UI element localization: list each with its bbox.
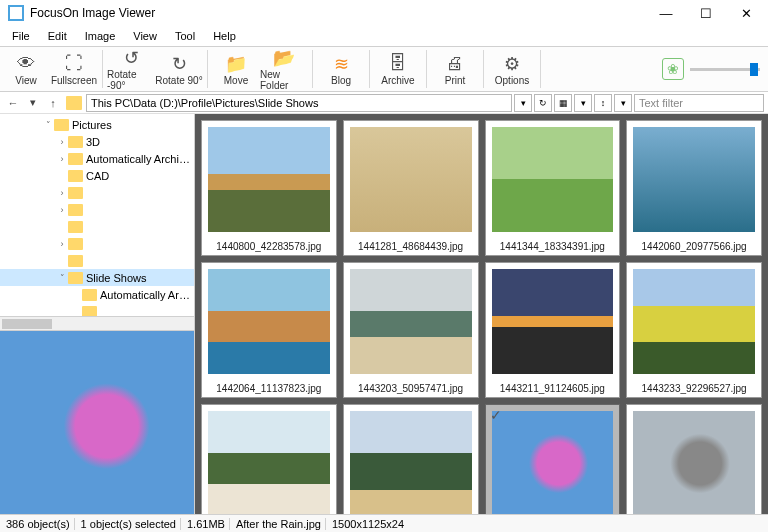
archive-button[interactable]: 🗄Archive (374, 47, 422, 91)
thumbnail-name: 1442060_20977566.jpg (627, 238, 761, 255)
thumbnail-cell[interactable]: africa-beach-palms-4952.jpg (343, 404, 479, 514)
new-folder-icon: 📂 (273, 47, 295, 69)
thumbnail-image (633, 269, 755, 374)
tree-row[interactable]: CAD (0, 167, 194, 184)
tree-row[interactable] (0, 303, 194, 316)
address-dropdown[interactable]: ▾ (514, 94, 532, 112)
folder-icon (68, 170, 83, 182)
thumbnail-name: 1441344_18334391.jpg (486, 238, 620, 255)
tree-expander[interactable]: › (56, 137, 68, 147)
view-button[interactable]: 👁View (2, 47, 50, 91)
text-filter-input[interactable]: Text filter (634, 94, 764, 112)
rotate-left-icon: ↺ (124, 47, 139, 69)
thumbnail-cell[interactable]: 1442060_20977566.jpg (626, 120, 762, 256)
tree-expander[interactable]: › (56, 239, 68, 249)
thumbnail-image (350, 269, 472, 374)
refresh-button[interactable]: ↻ (534, 94, 552, 112)
slider-thumb[interactable] (750, 63, 758, 76)
thumbnail-cell[interactable]: 1443211_91124605.jpg (485, 262, 621, 398)
preview-pane (0, 330, 194, 514)
thumbnail-cell[interactable]: 1443426_91444846.jpg (201, 404, 337, 514)
tree-row[interactable] (0, 252, 194, 269)
tree-row[interactable]: Automatically Archi (0, 286, 194, 303)
options-button[interactable]: ⚙Options (488, 47, 536, 91)
nav-forward-button[interactable]: ▾ (24, 94, 42, 112)
print-button[interactable]: 🖨Print (431, 47, 479, 91)
tree-expander[interactable]: ˅ (42, 120, 54, 130)
view-mode-button[interactable]: ▦ (554, 94, 572, 112)
menu-item-edit[interactable]: Edit (40, 28, 75, 44)
tree-expander[interactable]: › (56, 205, 68, 215)
rotate-left-button[interactable]: ↺Rotate -90° (107, 47, 155, 91)
tree-row[interactable]: ˅Slide Shows (0, 269, 194, 286)
folder-icon (68, 187, 83, 199)
status-name: After the Rain.jpg (232, 518, 326, 530)
tree-row[interactable]: › (0, 235, 194, 252)
nav-back-button[interactable]: ← (4, 94, 22, 112)
thumbnail-cell[interactable]: 1443203_50957471.jpg (343, 262, 479, 398)
tree-row[interactable]: › (0, 201, 194, 218)
status-size: 1.61MB (183, 518, 230, 530)
status-selected: 1 object(s) selected (77, 518, 181, 530)
menubar: FileEditImageViewToolHelp (0, 26, 768, 46)
move-button[interactable]: 📁Move (212, 47, 260, 91)
thumbnail-cell[interactable]: After the Rain.jpg (485, 404, 621, 514)
folder-icon (68, 136, 83, 148)
folder-icon (68, 238, 83, 250)
rotate-right-icon: ↻ (172, 53, 187, 75)
thumbnail-cell[interactable]: 1441344_18334391.jpg (485, 120, 621, 256)
menu-item-image[interactable]: Image (77, 28, 124, 44)
tree-expander[interactable]: › (56, 188, 68, 198)
thumbnail-pane[interactable]: 1440800_42283578.jpg1441281_48684439.jpg… (195, 114, 768, 514)
menu-item-file[interactable]: File (4, 28, 38, 44)
sort-button[interactable]: ↕ (594, 94, 612, 112)
window-title: FocusOn Image Viewer (30, 6, 646, 20)
thumbnail-cell[interactable]: 1442064_11137823.jpg (201, 262, 337, 398)
menu-item-help[interactable]: Help (205, 28, 244, 44)
thumbnail-size-slider[interactable] (690, 68, 760, 71)
view-mode-dropdown[interactable]: ▾ (574, 94, 592, 112)
thumbnail-cell[interactable]: 1440800_42283578.jpg (201, 120, 337, 256)
tree-expander[interactable]: › (56, 154, 68, 164)
main-area: ˅Pictures›3D›Automatically Archive ICAD›… (0, 114, 768, 514)
tree-label: Slide Shows (86, 272, 147, 284)
tree-row[interactable]: ›Automatically Archive I (0, 150, 194, 167)
new-folder-button[interactable]: 📂New Folder (260, 47, 308, 91)
tree-expander[interactable]: ˅ (56, 273, 68, 283)
sort-dropdown[interactable]: ▾ (614, 94, 632, 112)
rotate-right-button[interactable]: ↻Rotate 90° (155, 47, 203, 91)
nav-up-button[interactable]: ↑ (44, 94, 62, 112)
tree-row[interactable]: ˅Pictures (0, 116, 194, 133)
menu-item-tool[interactable]: Tool (167, 28, 203, 44)
thumbnail-image (633, 127, 755, 232)
move-label: Move (224, 75, 248, 86)
fullscreen-icon: ⛶ (65, 53, 83, 75)
minimize-button[interactable]: — (646, 0, 686, 26)
close-button[interactable]: ✕ (726, 0, 766, 26)
menu-item-view[interactable]: View (125, 28, 165, 44)
folder-icon (68, 221, 83, 233)
folder-icon (66, 96, 82, 110)
fullscreen-button[interactable]: ⛶Fullscreen (50, 47, 98, 91)
folder-icon (68, 272, 83, 284)
tree-label: Automatically Archive I (86, 153, 192, 165)
address-path-input[interactable]: This PC\Data (D:)\Profile\Pictures\Slide… (86, 94, 512, 112)
thumbnail-cell[interactable]: After the Rain2.jpg (626, 404, 762, 514)
thumbnail-name: 1442064_11137823.jpg (202, 380, 336, 397)
tree-row[interactable] (0, 218, 194, 235)
tree-row[interactable]: › (0, 184, 194, 201)
left-pane: ˅Pictures›3D›Automatically Archive ICAD›… (0, 114, 195, 514)
thumbnail-cell[interactable]: 1443233_92296527.jpg (626, 262, 762, 398)
tree-row[interactable]: ›3D (0, 133, 194, 150)
maximize-button[interactable]: ☐ (686, 0, 726, 26)
folder-tree[interactable]: ˅Pictures›3D›Automatically Archive ICAD›… (0, 114, 194, 316)
separator (426, 50, 427, 88)
print-label: Print (445, 75, 466, 86)
favorite-icon[interactable]: ❀ (662, 58, 684, 80)
tree-scrollbar[interactable] (0, 316, 194, 330)
separator (102, 50, 103, 88)
folder-icon (68, 255, 83, 267)
blog-button[interactable]: ≋Blog (317, 47, 365, 91)
thumbnail-name: 1443211_91124605.jpg (486, 380, 620, 397)
thumbnail-cell[interactable]: 1441281_48684439.jpg (343, 120, 479, 256)
